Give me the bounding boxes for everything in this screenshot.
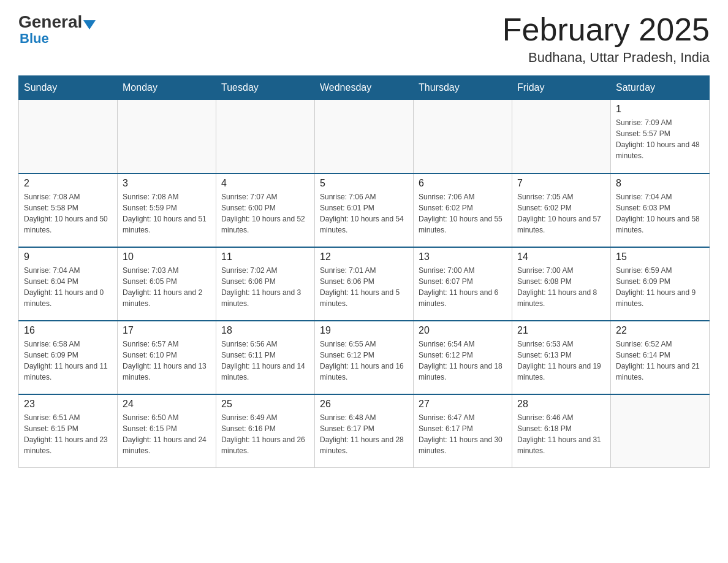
day-number: 13	[419, 251, 507, 262]
day-info: Sunrise: 7:09 AM Sunset: 5:57 PM Dayligh…	[616, 117, 704, 161]
header-cell-monday: Monday	[118, 76, 216, 100]
day-number: 23	[24, 399, 112, 410]
calendar-cell: 18Sunrise: 6:56 AM Sunset: 6:11 PM Dayli…	[216, 321, 315, 394]
week-row-0: 1Sunrise: 7:09 AM Sunset: 5:57 PM Daylig…	[19, 100, 710, 174]
day-number: 17	[123, 325, 211, 336]
calendar-cell: 13Sunrise: 7:00 AM Sunset: 6:07 PM Dayli…	[414, 247, 512, 321]
calendar-table: SundayMondayTuesdayWednesdayThursdayFrid…	[18, 75, 710, 468]
calendar-cell: 1Sunrise: 7:09 AM Sunset: 5:57 PM Daylig…	[611, 100, 710, 174]
day-info: Sunrise: 6:54 AM Sunset: 6:12 PM Dayligh…	[419, 339, 507, 383]
day-number: 19	[320, 325, 408, 336]
logo-general-text: General	[18, 12, 82, 32]
day-info: Sunrise: 7:01 AM Sunset: 6:06 PM Dayligh…	[320, 265, 408, 309]
header-cell-friday: Friday	[512, 76, 611, 100]
day-number: 21	[517, 325, 605, 336]
day-info: Sunrise: 6:46 AM Sunset: 6:18 PM Dayligh…	[517, 412, 605, 456]
day-info: Sunrise: 7:05 AM Sunset: 6:02 PM Dayligh…	[517, 191, 605, 236]
day-info: Sunrise: 6:59 AM Sunset: 6:09 PM Dayligh…	[616, 265, 704, 309]
week-row-2: 9Sunrise: 7:04 AM Sunset: 6:04 PM Daylig…	[19, 247, 710, 321]
day-number: 22	[616, 325, 704, 336]
day-info: Sunrise: 6:47 AM Sunset: 6:17 PM Dayligh…	[419, 412, 507, 456]
day-number: 2	[24, 178, 112, 189]
calendar-cell	[19, 100, 118, 174]
week-row-3: 16Sunrise: 6:58 AM Sunset: 6:09 PM Dayli…	[19, 321, 710, 394]
day-number: 28	[517, 399, 605, 410]
calendar-cell	[414, 100, 512, 174]
day-info: Sunrise: 6:58 AM Sunset: 6:09 PM Dayligh…	[24, 339, 112, 383]
calendar-cell: 16Sunrise: 6:58 AM Sunset: 6:09 PM Dayli…	[19, 321, 118, 394]
day-number: 27	[419, 399, 507, 410]
day-number: 26	[320, 399, 408, 410]
calendar-cell: 21Sunrise: 6:53 AM Sunset: 6:13 PM Dayli…	[512, 321, 611, 394]
day-number: 1	[616, 104, 704, 115]
calendar-cell: 3Sunrise: 7:08 AM Sunset: 5:59 PM Daylig…	[118, 174, 216, 247]
day-info: Sunrise: 6:48 AM Sunset: 6:17 PM Dayligh…	[320, 412, 408, 456]
day-info: Sunrise: 7:04 AM Sunset: 6:03 PM Dayligh…	[616, 191, 704, 236]
day-info: Sunrise: 6:57 AM Sunset: 6:10 PM Dayligh…	[123, 339, 211, 383]
calendar-cell: 11Sunrise: 7:02 AM Sunset: 6:06 PM Dayli…	[216, 247, 315, 321]
day-info: Sunrise: 6:51 AM Sunset: 6:15 PM Dayligh…	[24, 412, 112, 456]
calendar-cell: 28Sunrise: 6:46 AM Sunset: 6:18 PM Dayli…	[512, 394, 611, 468]
day-info: Sunrise: 7:08 AM Sunset: 5:58 PM Dayligh…	[24, 191, 112, 236]
day-info: Sunrise: 6:53 AM Sunset: 6:13 PM Dayligh…	[517, 339, 605, 383]
calendar-cell: 7Sunrise: 7:05 AM Sunset: 6:02 PM Daylig…	[512, 174, 611, 247]
calendar-cell: 17Sunrise: 6:57 AM Sunset: 6:10 PM Dayli…	[118, 321, 216, 394]
day-info: Sunrise: 6:55 AM Sunset: 6:12 PM Dayligh…	[320, 339, 408, 383]
day-info: Sunrise: 7:02 AM Sunset: 6:06 PM Dayligh…	[221, 265, 309, 309]
day-number: 15	[616, 251, 704, 262]
day-number: 18	[221, 325, 309, 336]
month-title: February 2025	[502, 12, 710, 47]
day-number: 11	[221, 251, 309, 262]
day-number: 8	[616, 178, 704, 189]
calendar-cell: 24Sunrise: 6:50 AM Sunset: 6:15 PM Dayli…	[118, 394, 216, 468]
header-row: SundayMondayTuesdayWednesdayThursdayFrid…	[19, 76, 710, 100]
day-info: Sunrise: 7:00 AM Sunset: 6:07 PM Dayligh…	[419, 265, 507, 309]
header: General Blue February 2025 Budhana, Utta…	[18, 12, 710, 66]
day-info: Sunrise: 7:07 AM Sunset: 6:00 PM Dayligh…	[221, 191, 309, 236]
day-info: Sunrise: 6:56 AM Sunset: 6:11 PM Dayligh…	[221, 339, 309, 383]
calendar-cell	[118, 100, 216, 174]
calendar-cell: 14Sunrise: 7:00 AM Sunset: 6:08 PM Dayli…	[512, 247, 611, 321]
calendar-cell: 6Sunrise: 7:06 AM Sunset: 6:02 PM Daylig…	[414, 174, 512, 247]
calendar-cell: 10Sunrise: 7:03 AM Sunset: 6:05 PM Dayli…	[118, 247, 216, 321]
header-cell-saturday: Saturday	[611, 76, 710, 100]
calendar-cell: 25Sunrise: 6:49 AM Sunset: 6:16 PM Dayli…	[216, 394, 315, 468]
day-info: Sunrise: 6:52 AM Sunset: 6:14 PM Dayligh…	[616, 339, 704, 383]
day-info: Sunrise: 7:04 AM Sunset: 6:04 PM Dayligh…	[24, 265, 112, 309]
day-number: 9	[24, 251, 112, 262]
day-number: 25	[221, 399, 309, 410]
day-number: 20	[419, 325, 507, 336]
calendar-cell: 20Sunrise: 6:54 AM Sunset: 6:12 PM Dayli…	[414, 321, 512, 394]
day-number: 6	[419, 178, 507, 189]
header-cell-sunday: Sunday	[19, 76, 118, 100]
week-row-4: 23Sunrise: 6:51 AM Sunset: 6:15 PM Dayli…	[19, 394, 710, 468]
header-cell-tuesday: Tuesday	[216, 76, 315, 100]
day-number: 16	[24, 325, 112, 336]
calendar-cell: 26Sunrise: 6:48 AM Sunset: 6:17 PM Dayli…	[315, 394, 414, 468]
calendar-cell	[315, 100, 414, 174]
logo-triangle-icon	[83, 20, 96, 29]
calendar-cell: 8Sunrise: 7:04 AM Sunset: 6:03 PM Daylig…	[611, 174, 710, 247]
day-info: Sunrise: 7:08 AM Sunset: 5:59 PM Dayligh…	[123, 191, 211, 236]
calendar-cell	[512, 100, 611, 174]
logo: General Blue	[18, 12, 97, 47]
calendar-cell: 15Sunrise: 6:59 AM Sunset: 6:09 PM Dayli…	[611, 247, 710, 321]
calendar-cell	[216, 100, 315, 174]
logo-blue-text: Blue	[20, 31, 49, 46]
day-info: Sunrise: 6:50 AM Sunset: 6:15 PM Dayligh…	[123, 412, 211, 456]
week-row-1: 2Sunrise: 7:08 AM Sunset: 5:58 PM Daylig…	[19, 174, 710, 247]
header-cell-wednesday: Wednesday	[315, 76, 414, 100]
calendar-cell: 27Sunrise: 6:47 AM Sunset: 6:17 PM Dayli…	[414, 394, 512, 468]
day-number: 14	[517, 251, 605, 262]
day-number: 3	[123, 178, 211, 189]
day-number: 12	[320, 251, 408, 262]
calendar-cell: 19Sunrise: 6:55 AM Sunset: 6:12 PM Dayli…	[315, 321, 414, 394]
calendar-cell: 4Sunrise: 7:07 AM Sunset: 6:00 PM Daylig…	[216, 174, 315, 247]
calendar-cell: 23Sunrise: 6:51 AM Sunset: 6:15 PM Dayli…	[19, 394, 118, 468]
day-number: 4	[221, 178, 309, 189]
calendar-cell: 5Sunrise: 7:06 AM Sunset: 6:01 PM Daylig…	[315, 174, 414, 247]
day-info: Sunrise: 6:49 AM Sunset: 6:16 PM Dayligh…	[221, 412, 309, 456]
calendar-cell	[611, 394, 710, 468]
calendar-cell: 2Sunrise: 7:08 AM Sunset: 5:58 PM Daylig…	[19, 174, 118, 247]
day-info: Sunrise: 7:06 AM Sunset: 6:01 PM Dayligh…	[320, 191, 408, 236]
